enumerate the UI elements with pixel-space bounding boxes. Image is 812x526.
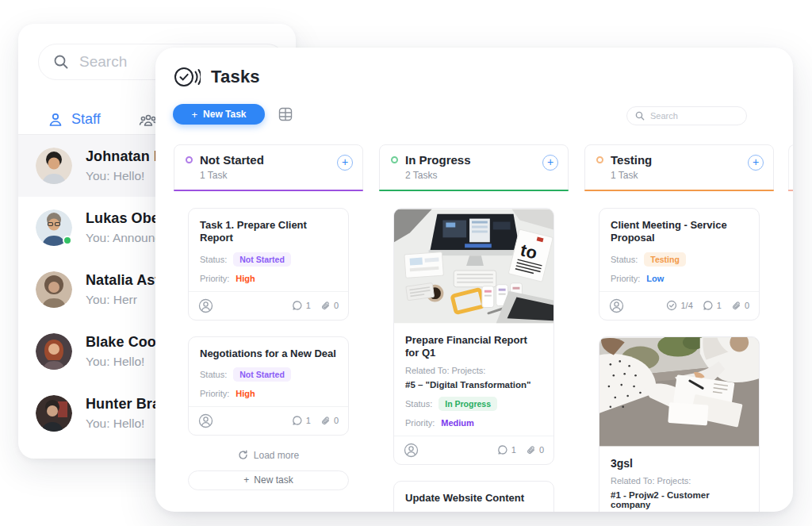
attachments-count: 0	[526, 445, 544, 455]
add-task-icon[interactable]: +	[542, 155, 558, 171]
comments-count: 1	[703, 300, 722, 311]
kanban-board: Not Started 1 Task + Task 1. Prepare Cli…	[174, 144, 793, 512]
plus-icon: +	[191, 109, 197, 121]
task-card[interactable]: Update Website Content Related To: Custo…	[393, 481, 554, 513]
comment-icon	[703, 300, 714, 311]
column-status-dot	[186, 156, 193, 163]
task-cover-image-workspace: to	[394, 209, 553, 324]
status-badge: Not Started	[233, 367, 291, 382]
task-card[interactable]: to Prepare Financial Report for Q1 Relat…	[393, 208, 554, 465]
plus-icon: +	[243, 474, 249, 486]
priority-value: High	[236, 274, 255, 283]
status-label: Status:	[200, 370, 227, 379]
refresh-icon	[238, 450, 248, 460]
status-label: Status:	[200, 255, 227, 264]
column-testing: Testing 1 Task + Client Meeting - Servic…	[584, 144, 774, 512]
task-title: Task 1. Prepare Client Report	[200, 219, 337, 245]
related-to-value: #1 - Projw2 - Customer company	[611, 490, 748, 509]
contact-last-message: You: Herr	[86, 293, 159, 307]
add-task-icon[interactable]: +	[748, 155, 764, 171]
avatar	[36, 148, 72, 184]
priority-value: High	[236, 389, 255, 398]
column-task-count: 1 Task	[200, 170, 351, 181]
avatar	[36, 395, 72, 432]
avatar	[36, 333, 72, 370]
card-footer: 1/4 1	[599, 291, 759, 320]
column-header: Testing 1 Task +	[584, 144, 774, 190]
task-title: Prepare Financial Report for Q1	[405, 334, 542, 360]
column-title: Testing	[611, 153, 652, 167]
assignee-icon	[198, 413, 213, 428]
search-icon	[53, 54, 69, 70]
task-card[interactable]: Client Meeting - Service Proposal Status…	[599, 208, 760, 321]
board-search[interactable]	[626, 106, 747, 125]
column-header: In Progress 2 Tasks +	[379, 144, 569, 190]
column-title: In Progress	[405, 153, 471, 167]
contact-last-message: You: Announc	[86, 231, 165, 245]
priority-label: Priority:	[200, 274, 229, 283]
check-circle-icon	[666, 300, 677, 311]
comment-icon	[497, 444, 508, 455]
comments-count: 1	[292, 415, 311, 426]
task-card[interactable]: 3gsl Related To: Projects: #1 - Projw2 -…	[599, 336, 760, 513]
tab-staff[interactable]: Staff	[48, 111, 101, 128]
attachments-count: 0	[320, 416, 339, 426]
task-title: Client Meeting - Service Proposal	[611, 219, 748, 245]
assignee-icon	[609, 298, 624, 313]
priority-value: Low	[646, 274, 664, 283]
comment-icon	[292, 415, 303, 426]
tasks-panel: Tasks + New Task	[155, 48, 793, 512]
column-partial-next	[788, 144, 793, 190]
tasks-header: Tasks	[174, 65, 260, 89]
page-title: Tasks	[211, 67, 260, 87]
checklist-count: 1/4	[666, 300, 692, 311]
contact-name: Johnatan R	[86, 148, 164, 165]
new-task-button-label: New Task	[203, 109, 246, 120]
assignee-icon	[404, 443, 419, 458]
status-label: Status:	[611, 255, 638, 264]
contact-name: Lukas Ober	[86, 210, 165, 227]
assignee-icon	[198, 298, 213, 313]
load-more-button[interactable]: Load more	[188, 450, 349, 461]
new-task-button[interactable]: + New Task	[173, 104, 265, 125]
paperclip-icon	[320, 416, 331, 426]
paperclip-icon	[526, 445, 536, 455]
comments-count: 1	[497, 444, 516, 455]
column-in-progress: In Progress 2 Tasks +	[379, 144, 569, 512]
priority-label: Priority:	[405, 418, 435, 428]
column-task-count: 2 Tasks	[405, 170, 557, 181]
column-new-task-label: New task	[254, 474, 293, 486]
paperclip-icon	[731, 301, 741, 311]
status-badge: Testing	[644, 252, 686, 267]
task-card[interactable]: Negotiations for a New Deal Status: Not …	[188, 336, 349, 436]
priority-label: Priority:	[200, 389, 229, 398]
related-to-label: Related To: Projects:	[611, 476, 748, 486]
column-title: Not Started	[200, 153, 264, 167]
contact-last-message: You: Hello!	[86, 169, 164, 183]
card-footer: 1 0	[189, 291, 348, 320]
status-badge: Not Started	[233, 252, 291, 267]
related-to-value: #5 – "Digital Transformation"	[405, 380, 542, 390]
person-icon	[48, 112, 63, 128]
table-view-button[interactable]	[276, 105, 295, 124]
attachments-count: 0	[320, 301, 339, 311]
attachments-count: 0	[731, 301, 749, 311]
task-card[interactable]: Task 1. Prepare Client Report Status: No…	[188, 208, 349, 321]
task-title: Update Website Content	[405, 492, 542, 505]
status-label: Status:	[405, 399, 432, 409]
online-status-dot	[63, 236, 72, 245]
priority-label: Priority:	[611, 274, 640, 283]
column-new-task-button[interactable]: + New task	[188, 470, 349, 490]
add-task-icon[interactable]: +	[337, 155, 353, 171]
contact-name: Blake Coop	[86, 334, 165, 351]
task-title: Negotiations for a New Deal	[200, 347, 337, 360]
status-badge: In Progress	[439, 397, 497, 411]
avatar	[36, 209, 72, 246]
comment-icon	[292, 300, 303, 311]
column-status-dot	[596, 156, 603, 163]
load-more-label: Load more	[254, 450, 299, 461]
board-search-input[interactable]	[650, 111, 737, 121]
avatar	[36, 271, 72, 308]
column-status-dot	[391, 156, 398, 163]
tasks-logo-icon	[174, 65, 201, 89]
